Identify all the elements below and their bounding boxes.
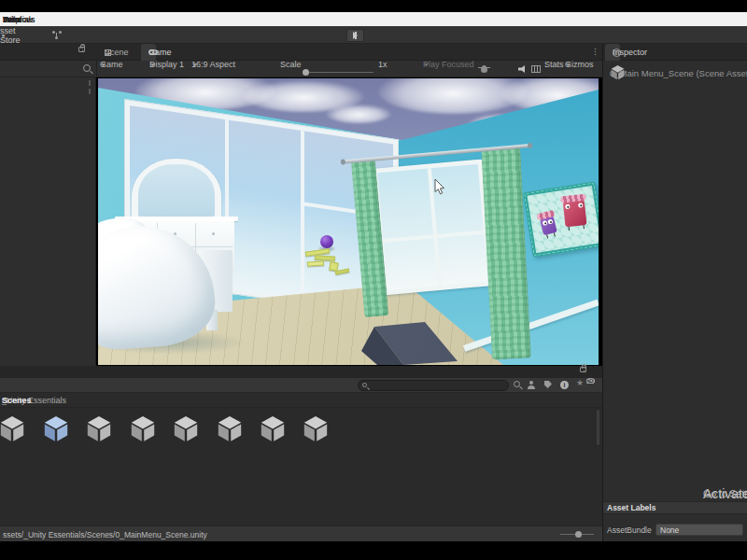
- label-tag-icon[interactable]: [544, 381, 552, 388]
- project-search-field[interactable]: [358, 380, 509, 391]
- vsync-monitor-icon[interactable]: [531, 65, 541, 73]
- chevron-down-icon: ▼: [0, 33, 7, 39]
- purple-ball: [320, 235, 333, 248]
- assetbundle-label: AssetBundle: [607, 525, 652, 535]
- breadcrumb-scenes[interactable]: Scenes: [2, 396, 32, 405]
- panel-divider: [96, 61, 97, 77]
- favorites-star-icon[interactable]: ★: [576, 378, 584, 387]
- assetbundle-row: AssetBundle None: [603, 523, 747, 538]
- project-menu-icon[interactable]: ⋮: [580, 364, 588, 372]
- asset-item-playground-scene[interactable]: 1_Playgroun...: [78, 414, 120, 461]
- bug-icon[interactable]: [481, 65, 487, 73]
- menu-item-help[interactable]: Help: [3, 15, 21, 24]
- tab-game[interactable]: Game: [141, 44, 156, 61]
- left-panel: [0, 77, 96, 366]
- unity-toolbar: sset Store ▼: [0, 26, 747, 44]
- curtain-right: [481, 147, 531, 360]
- step-button[interactable]: [346, 29, 364, 42]
- assetbundle-dropdown[interactable]: None: [655, 524, 743, 536]
- asset-item-main-menu-scene[interactable]: 0_MainMen...: [35, 414, 77, 461]
- mute-audio-icon[interactable]: [518, 65, 528, 73]
- game-view-toolbar: Game▼ Display 1▼ 16:9 Aspect▼ Scale 1x P…: [0, 61, 602, 77]
- project-panel-header: ⋮: [0, 366, 602, 378]
- search-by-type-icon[interactable]: [514, 381, 520, 387]
- inspector-header: 0_Main Menu_Scene (Scene Asset): [603, 61, 747, 85]
- project-status-bar: ssets/_Unity Essentials/Scenes/0_MainMen…: [0, 525, 602, 541]
- purple-jar-character: [540, 216, 557, 235]
- tab-scene[interactable]: Scene: [97, 44, 112, 61]
- project-search-input[interactable]: [372, 381, 502, 390]
- splitter-grip[interactable]: [89, 80, 91, 86]
- inspector-panel: i Inspector 0_Main Menu_Scene (Scene Ass…: [602, 44, 747, 541]
- inspector-tab-row: i Inspector: [603, 44, 747, 61]
- icon-size-slider[interactable]: [560, 534, 594, 535]
- search-icon: [362, 383, 367, 387]
- asset-item-kitchen-scene[interactable]: 3_Kitchen_A...: [165, 414, 206, 461]
- menu-bar: ment Services Jobs Tutorials Window Help: [0, 12, 747, 26]
- breadcrumb: ts › _Unity Essentials › Scenes: [0, 393, 602, 408]
- mouse-cursor: [434, 179, 445, 196]
- cloud: [326, 105, 391, 123]
- selected-asset-path: ssets/_Unity Essentials/Scenes/0_MainMen…: [3, 530, 207, 539]
- zoom-icon[interactable]: [83, 64, 91, 72]
- asset-item-starter-scene[interactable]: Starter_S...: [0, 414, 33, 461]
- asset-item-bonus-scene[interactable]: 6_Bonus_Cu...: [295, 414, 336, 461]
- right-window-glass: [377, 164, 488, 290]
- asset-item-kidsroom-scene[interactable]: 2_KidsRoom...: [122, 414, 163, 461]
- icon-size-knob[interactable]: [575, 531, 582, 538]
- red-jar-character: [563, 200, 587, 227]
- asset-labels-header[interactable]: Asset Labels: [603, 501, 747, 514]
- scale-slider[interactable]: [304, 72, 374, 73]
- toy-blocks: [305, 250, 361, 278]
- inspector-title: 0_Main Menu_Scene (Scene Asset): [610, 68, 747, 78]
- game-panel-menu-icon[interactable]: ⋮: [591, 48, 599, 56]
- hidden-count: 29: [586, 377, 595, 385]
- dresser-mirror: [132, 159, 221, 220]
- version-control-icon[interactable]: [52, 31, 62, 39]
- info-icon[interactable]: i: [560, 381, 569, 389]
- wall-picture: [523, 181, 599, 257]
- project-toolbar: i ★ 29: [0, 378, 602, 393]
- project-panel: ⋮ i ★ 29 ts › _Unity Essentials › Scenes: [0, 366, 602, 541]
- asset-item-topdown-scene[interactable]: 5_TopDown...: [252, 414, 293, 461]
- asset-grid: Starter_S... 0_MainMen... 1_Playgroun...…: [0, 408, 602, 525]
- collab-user-icon[interactable]: [528, 381, 535, 389]
- unity-editor-window: ment Services Jobs Tutorials Window Help…: [0, 0, 747, 560]
- asset-item-livingroom-scene[interactable]: 4_LivingRoo...: [209, 414, 250, 461]
- right-window-frame: [373, 160, 493, 296]
- panel-menu-icon[interactable]: ⋮: [78, 44, 87, 52]
- scale-slider-knob[interactable]: [303, 69, 309, 76]
- tab-inspector[interactable]: i Inspector: [605, 44, 620, 61]
- splitter-grip[interactable]: [89, 89, 91, 94]
- project-scrollbar[interactable]: [597, 410, 599, 445]
- panel-tab-row: ⋮ Scene Game ⋮: [0, 44, 602, 61]
- game-render: [98, 78, 599, 365]
